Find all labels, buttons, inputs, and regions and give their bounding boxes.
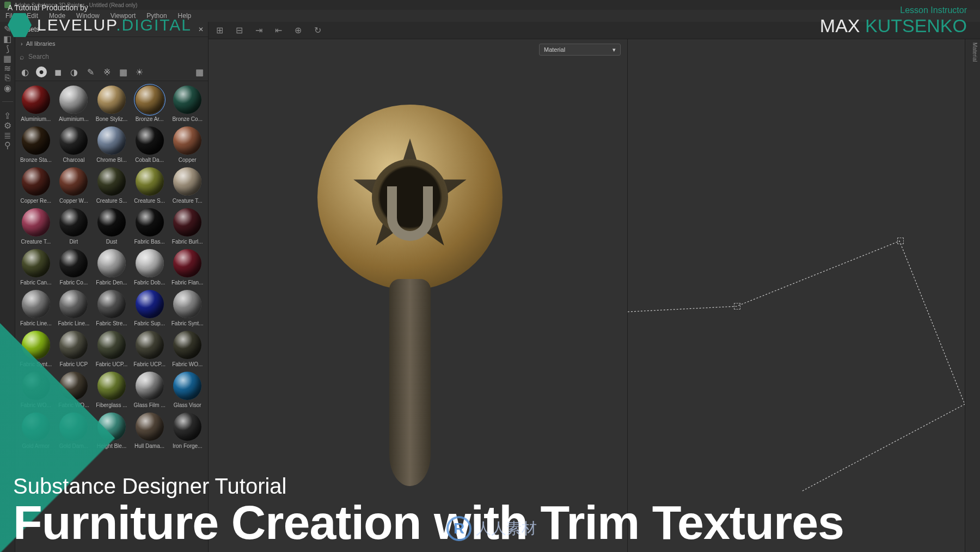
material-swatch-icon: [22, 249, 50, 277]
material-item[interactable]: Cobalt Da...: [132, 126, 167, 163]
filter-env-icon[interactable]: ☀: [134, 66, 145, 77]
polyfill-tool-icon[interactable]: ▦: [3, 53, 13, 63]
material-tool-icon[interactable]: ◉: [3, 83, 13, 93]
material-item[interactable]: Fabric Dob...: [132, 249, 167, 286]
material-label: Fabric Dob...: [134, 280, 165, 286]
overlay-top-left: A Tutorial Production by LEVELUP.DIGITAL: [8, 3, 192, 37]
material-item[interactable]: Chrome Bl...: [94, 126, 129, 163]
material-item[interactable]: Copper: [170, 126, 205, 163]
breadcrumb-label: All libraries: [26, 40, 56, 47]
assets-breadcrumb[interactable]: › All libraries: [15, 37, 208, 50]
smudge-tool-icon[interactable]: ≋: [3, 63, 13, 73]
material-swatch-icon: [173, 208, 201, 236]
material-item[interactable]: Bronze Co...: [170, 86, 205, 122]
material-item[interactable]: Fabric Co...: [57, 249, 91, 286]
material-item[interactable]: Fabric Burl...: [170, 208, 205, 245]
material-label: Fabric UCP...: [96, 361, 128, 367]
material-item[interactable]: Copper Re...: [19, 167, 53, 204]
material-item[interactable]: Fabric UCP: [57, 331, 91, 367]
material-label: Fabric Line...: [20, 320, 52, 326]
grid-view-icon[interactable]: ▦: [195, 67, 204, 77]
material-item[interactable]: Aluminium...: [19, 86, 53, 122]
material-swatch-icon: [136, 413, 164, 441]
material-label: Fabric Bas...: [134, 239, 165, 245]
filter-all-icon[interactable]: ◐: [20, 66, 30, 77]
grid-perspective-icon[interactable]: ⊞: [214, 25, 225, 36]
material-item[interactable]: Dirt: [57, 208, 91, 245]
material-label: Fabric WO...: [172, 361, 203, 367]
settings-icon[interactable]: ⚲: [3, 140, 13, 150]
material-item[interactable]: Fabric WO...: [170, 331, 205, 367]
material-label: Dirt: [70, 239, 78, 245]
resource-icon[interactable]: ⚙: [3, 120, 13, 130]
material-item[interactable]: Fabric Line...: [57, 290, 91, 326]
clone-tool-icon[interactable]: ⎘: [3, 73, 13, 83]
filter-smart-icon[interactable]: ◼: [52, 66, 63, 77]
material-swatch-icon: [173, 126, 201, 155]
material-item[interactable]: Creature T...: [19, 208, 53, 245]
uv-handle[interactable]: [734, 303, 740, 310]
material-item[interactable]: Dust: [94, 208, 129, 245]
filter-texture-icon[interactable]: ▦: [118, 66, 128, 77]
material-item[interactable]: Charcoal: [57, 126, 91, 163]
material-label: Creature T...: [21, 239, 51, 245]
material-item[interactable]: Fabric Bas...: [132, 208, 167, 245]
material-item[interactable]: Fabric UCP...: [132, 331, 167, 367]
material-item[interactable]: Fabric UCP...: [94, 331, 129, 367]
material-item[interactable]: Fabric Flan...: [170, 249, 205, 286]
material-label: Cobalt Da...: [135, 157, 164, 163]
material-item[interactable]: Creature T...: [170, 167, 205, 204]
material-item[interactable]: Glass Film ...: [132, 372, 167, 408]
projection-tool-icon[interactable]: ⟆: [3, 44, 13, 53]
material-item[interactable]: Fabric Synt...: [170, 290, 205, 326]
material-item[interactable]: Creature S...: [94, 167, 129, 204]
material-label: Copper W...: [59, 198, 88, 204]
filter-brush-icon[interactable]: ✎: [85, 66, 96, 77]
material-panel-tab[interactable]: Material: [968, 43, 978, 52]
grid-ortho-icon[interactable]: ⊟: [234, 25, 244, 36]
snap-next-icon[interactable]: ⇥: [253, 25, 264, 36]
material-swatch-icon: [136, 167, 164, 196]
material-item[interactable]: Bronze Ar...: [132, 86, 167, 122]
export-icon[interactable]: ⇪: [3, 111, 13, 120]
3d-model-preview: [285, 105, 535, 497]
search-icon[interactable]: ⌕: [20, 52, 24, 61]
uv-handle[interactable]: [897, 238, 904, 244]
material-label: Glass Film ...: [133, 402, 165, 408]
material-item[interactable]: Fiberglass ...: [94, 372, 129, 408]
material-item[interactable]: Copper W...: [57, 167, 91, 204]
reset-view-icon[interactable]: ↻: [312, 25, 323, 36]
material-item[interactable]: Fabric Line...: [19, 290, 53, 326]
material-label: Bronze Co...: [172, 116, 203, 122]
material-swatch-icon: [97, 208, 126, 236]
close-icon[interactable]: ✕: [198, 26, 204, 33]
material-item[interactable]: Fabric Stre...: [94, 290, 129, 326]
material-item[interactable]: Bone Styliz...: [94, 86, 129, 122]
material-item[interactable]: Fabric Den...: [94, 249, 129, 286]
material-swatch-icon: [22, 208, 50, 236]
add-view-icon[interactable]: ⊕: [292, 25, 303, 36]
material-swatch-icon: [97, 249, 126, 277]
material-item[interactable]: Creature S...: [132, 167, 167, 204]
instructor-last: KUTSENKO: [865, 15, 967, 36]
material-swatch-icon: [173, 372, 201, 400]
material-item[interactable]: Aluminium...: [57, 86, 91, 122]
material-swatch-icon: [59, 167, 88, 196]
material-item[interactable]: Glass Visor: [170, 372, 205, 408]
search-input[interactable]: [28, 53, 204, 60]
material-swatch-icon: [173, 167, 201, 196]
material-item[interactable]: Fabric Sup...: [132, 290, 167, 326]
material-item[interactable]: Hull Dama...: [132, 413, 167, 449]
material-swatch-icon: [136, 208, 164, 236]
filter-alpha-icon[interactable]: ※: [101, 66, 112, 77]
material-item[interactable]: Bronze Sta...: [19, 126, 53, 163]
snap-prev-icon[interactable]: ⇤: [273, 25, 284, 36]
material-label: Creature T...: [173, 198, 203, 204]
material-item[interactable]: Iron Forge...: [170, 413, 205, 449]
material-item[interactable]: Fabric Can...: [19, 249, 53, 286]
material-dropdown[interactable]: Material ▾: [539, 44, 621, 56]
layers-icon[interactable]: ≣: [3, 130, 13, 140]
filter-material-icon[interactable]: ●: [36, 66, 47, 77]
material-label: Fabric Line...: [58, 320, 89, 326]
filter-mask-icon[interactable]: ◑: [69, 66, 79, 77]
